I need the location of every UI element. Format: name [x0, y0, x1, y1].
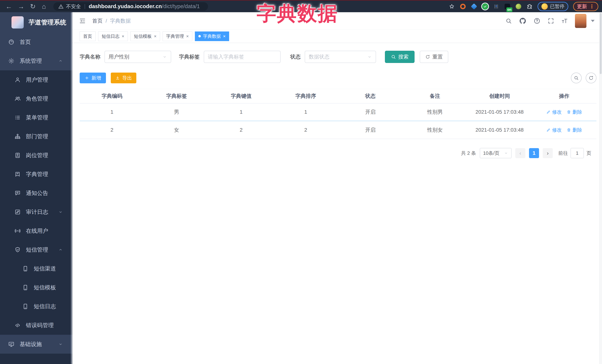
edit-link[interactable]: 修改 [546, 109, 562, 115]
sidebar-scrollbar[interactable] [71, 12, 72, 364]
sidebar-item-post-management[interactable]: 岗位管理 [0, 146, 72, 165]
back-icon[interactable]: ← [6, 3, 12, 10]
close-icon[interactable]: × [223, 34, 226, 39]
sidebar-item-sms-log[interactable]: 短信日志 [0, 297, 72, 316]
next-page-button[interactable]: › [543, 148, 553, 158]
sidebar-item-menu-management[interactable]: 菜单管理 [0, 108, 72, 127]
sidebar-item-sms-template[interactable]: 短信模板 [0, 278, 72, 297]
status-select[interactable]: 数据状态 [305, 51, 376, 63]
github-icon[interactable] [519, 17, 527, 25]
main-panel: 首页 / 字典数据 首页短信日志×短信模板×字典管理×字典数据× 字典名称 用户… [72, 12, 602, 364]
browser-update-button[interactable]: 更新 ⋮ [573, 2, 598, 11]
table-row[interactable]: 2女22开启性别女2021-01-05 17:03:48修改删除 [80, 121, 596, 139]
download-icon [115, 75, 120, 80]
sidebar-item-label: 系统管理 [20, 57, 42, 65]
delete-link[interactable]: 删除 [567, 109, 582, 115]
sidebar: 芋道管理系统 首页系统管理用户管理角色管理菜单管理部门管理岗位管理字典管理通知公… [0, 12, 72, 364]
search-button[interactable]: 搜索 [385, 51, 415, 63]
prev-page-button[interactable]: ‹ [515, 148, 525, 158]
sidebar-item-sms-channel[interactable]: 短信渠道 [0, 259, 72, 278]
sidebar-item-label: 基础设施 [20, 341, 42, 348]
bookmark-star-icon[interactable] [449, 3, 455, 10]
close-icon[interactable]: × [122, 34, 124, 39]
sidebar-item-online-user[interactable]: 在线用户 [0, 221, 72, 240]
cell-sort: 2 [273, 127, 338, 133]
browser-menu-dots-icon[interactable]: ⋮ [589, 3, 594, 10]
tab-home[interactable]: 首页 [80, 31, 96, 41]
scrollbar-thumb[interactable] [600, 13, 602, 74]
add-button[interactable]: 新增 [80, 73, 106, 83]
close-icon[interactable]: × [186, 34, 189, 39]
sidebar-item-dept-management[interactable]: 部门管理 [0, 127, 72, 146]
close-icon[interactable]: × [154, 34, 157, 39]
extensions-puzzle-icon[interactable] [527, 3, 533, 10]
sidebar-item-system-management[interactable]: 系统管理 [0, 52, 72, 70]
address-bar[interactable]: 不安全 dashboard.yudao.iocoder.cn /dict/typ… [53, 2, 208, 11]
page-content: 字典名称 用户性别 字典标签 请输入字典标签 状态 数据状态 搜索 [72, 43, 602, 364]
help-icon[interactable] [533, 17, 540, 24]
extension-green-leaf-icon[interactable] [515, 3, 522, 10]
dict-book-icon [14, 171, 21, 177]
menu-list-icon [14, 114, 21, 121]
sidebar-item-error-code[interactable]: 错误码管理 [0, 316, 72, 335]
row-actions: 修改删除 [532, 109, 596, 115]
profile-paused-chip[interactable]: 已暂停 [538, 2, 568, 11]
extension-sliders-icon[interactable] [493, 3, 499, 10]
sidebar-item-infrastructure[interactable]: 基础设施 [0, 335, 72, 354]
fullscreen-icon[interactable] [548, 18, 554, 24]
extension-orange-ring-icon[interactable] [460, 3, 466, 10]
search-button-label: 搜索 [398, 53, 408, 60]
edit-link[interactable]: 修改 [546, 127, 562, 133]
column-header-created: 创建时间 [467, 93, 532, 100]
trash-icon [567, 128, 571, 132]
extension-blue-gem-icon[interactable] [471, 3, 477, 10]
current-page-button[interactable]: 1 [529, 148, 539, 158]
chevron-down-icon[interactable] [591, 20, 595, 22]
export-button[interactable]: 导出 [111, 73, 136, 83]
sidebar-logo[interactable]: 芋道管理系统 [0, 12, 72, 32]
breadcrumb-home[interactable]: 首页 [92, 17, 103, 24]
dict-label-placeholder: 请输入字典标签 [208, 53, 244, 60]
tab-sms-template[interactable]: 短信模板× [130, 31, 160, 41]
reload-icon[interactable]: ↻ [30, 3, 36, 10]
sidebar-item-label: 在线用户 [26, 227, 48, 235]
goto-page-input[interactable]: 1 [570, 148, 584, 158]
cell-code: 1 [80, 109, 144, 115]
table-tools [571, 73, 596, 83]
emoji-avatar-icon [541, 3, 548, 10]
font-size-icon[interactable] [561, 18, 568, 24]
url-host: dashboard.yudao.iocoder.cn [89, 3, 162, 10]
reset-button[interactable]: 重置 [420, 51, 448, 63]
tab-label: 字典数据 [203, 33, 221, 39]
page-size-select[interactable]: 10条/页 [480, 148, 512, 158]
search-icon[interactable] [505, 18, 512, 24]
active-dot-icon [198, 35, 201, 37]
home-icon[interactable]: ⌂ [42, 3, 46, 10]
sidebar-item-notice[interactable]: 通知公告 [0, 184, 72, 203]
sidebar-item-sms-management[interactable]: 短信管理 [0, 240, 72, 259]
extension-dark-on-icon[interactable]: on [504, 3, 510, 10]
sidebar-fold-icon[interactable] [79, 17, 86, 24]
dict-label-input[interactable]: 请输入字典标签 [204, 51, 281, 63]
dict-name-select[interactable]: 用户性别 [105, 51, 171, 63]
tab-dict-data[interactable]: 字典数据× [195, 31, 229, 41]
sidebar-item-role-management[interactable]: 角色管理 [0, 89, 72, 108]
chevron-down-icon [504, 151, 508, 155]
tab-sms-log[interactable]: 短信日志× [98, 31, 128, 41]
refresh-table-button[interactable] [586, 73, 596, 83]
sidebar-item-dict-management[interactable]: 字典管理 [0, 165, 72, 184]
extension-green-check-icon[interactable] [482, 3, 488, 10]
sidebar-item-user-management[interactable]: 用户管理 [0, 70, 72, 89]
table-row[interactable]: 1男11开启性别男2021-01-05 17:03:48修改删除 [80, 104, 596, 121]
sidebar-item-home[interactable]: 首页 [0, 32, 72, 52]
sidebar-item-audit-log[interactable]: 审计日志 [0, 203, 72, 221]
delete-link[interactable]: 删除 [567, 127, 582, 133]
toggle-search-button[interactable] [571, 73, 582, 83]
browser-scrollbar[interactable] [599, 12, 602, 364]
tab-dict-management[interactable]: 字典管理× [163, 31, 192, 41]
column-header-sort: 字典排序 [273, 93, 338, 100]
org-tree-icon [14, 133, 21, 140]
forward-icon[interactable]: → [18, 3, 24, 10]
user-avatar[interactable] [575, 14, 586, 28]
cell-created: 2021-01-05 17:03:48 [467, 127, 532, 133]
